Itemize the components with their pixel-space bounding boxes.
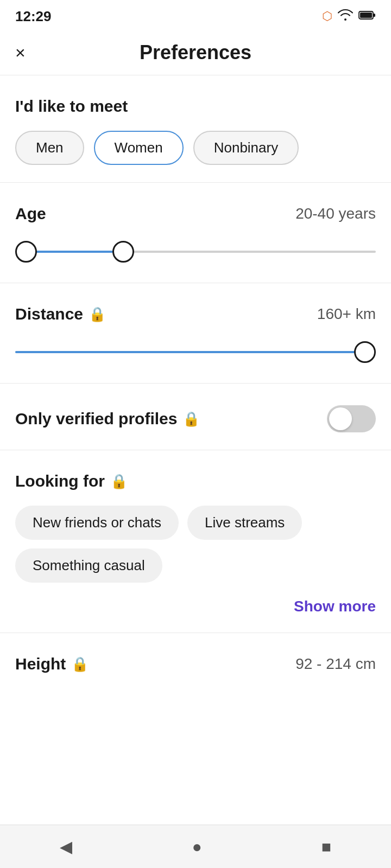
height-value: 92 - 214 cm	[295, 655, 376, 673]
toggle-knob	[329, 407, 352, 430]
verified-row: Only verified profiles 🔒	[15, 405, 376, 432]
looking-for-label: Looking for 🔒	[15, 472, 376, 490]
nav-back-button[interactable]: ◀	[60, 837, 72, 856]
svg-rect-2	[373, 14, 375, 17]
page-title: Preferences	[140, 41, 251, 64]
show-more-row: Show more	[15, 593, 376, 615]
nav-home-button[interactable]: ●	[192, 838, 201, 856]
age-fill	[26, 251, 123, 253]
status-time: 12:29	[15, 8, 52, 25]
gender-options: Men Women Nonbinary	[15, 131, 376, 165]
cast-icon: ⬡	[322, 9, 332, 23]
nav-recents-button[interactable]: ■	[321, 838, 331, 856]
verified-section: Only verified profiles 🔒	[0, 384, 391, 450]
distance-label: Distance 🔒	[15, 305, 106, 323]
age-slider-row: Age 20-40 years	[15, 205, 376, 223]
height-slider-row: Height 🔒 92 - 214 cm	[15, 655, 376, 673]
age-section: Age 20-40 years	[0, 183, 391, 283]
gender-women-button[interactable]: Women	[94, 131, 184, 165]
battery-icon	[358, 9, 376, 23]
age-thumb-max[interactable]	[112, 241, 134, 263]
chip-friends[interactable]: New friends or chats	[15, 506, 179, 540]
age-value: 20-40 years	[295, 205, 376, 222]
chip-live[interactable]: Live streams	[187, 506, 302, 540]
distance-slider[interactable]	[15, 339, 376, 366]
svg-rect-1	[360, 12, 372, 18]
status-icons: ⬡	[322, 9, 376, 24]
looking-for-lock-icon: 🔒	[110, 473, 128, 490]
verified-lock-icon: 🔒	[182, 411, 200, 427]
verified-toggle[interactable]	[327, 405, 376, 432]
show-more-button[interactable]: Show more	[294, 598, 376, 615]
meet-section: I'd like to meet Men Women Nonbinary	[0, 75, 391, 183]
distance-fill	[15, 351, 365, 353]
gender-men-button[interactable]: Men	[15, 131, 84, 165]
height-section: Height 🔒 92 - 214 cm	[0, 633, 391, 706]
age-slider[interactable]	[15, 238, 376, 265]
height-label: Height 🔒	[15, 655, 89, 673]
close-button[interactable]: ×	[15, 44, 26, 61]
age-thumb-min[interactable]	[15, 241, 37, 263]
meet-label: I'd like to meet	[15, 97, 376, 116]
height-lock-icon: 🔒	[71, 656, 89, 673]
distance-slider-row: Distance 🔒 160+ km	[15, 305, 376, 323]
distance-lock-icon: 🔒	[89, 306, 106, 323]
chip-casual[interactable]: Something casual	[15, 548, 162, 583]
looking-for-section: Looking for 🔒 New friends or chats Live …	[0, 450, 391, 633]
distance-value: 160+ km	[317, 305, 376, 323]
age-label: Age	[15, 205, 46, 223]
bottom-nav: ◀ ● ■	[0, 825, 391, 868]
distance-thumb[interactable]	[354, 341, 376, 363]
verified-label: Only verified profiles 🔒	[15, 410, 200, 428]
gender-nonbinary-button[interactable]: Nonbinary	[193, 131, 299, 165]
status-bar: 12:29 ⬡	[0, 0, 391, 30]
looking-for-chips: New friends or chats Live streams Someth…	[15, 506, 376, 583]
wifi-icon	[338, 9, 353, 24]
distance-section: Distance 🔒 160+ km	[0, 283, 391, 384]
page-header: × Preferences	[0, 30, 391, 75]
